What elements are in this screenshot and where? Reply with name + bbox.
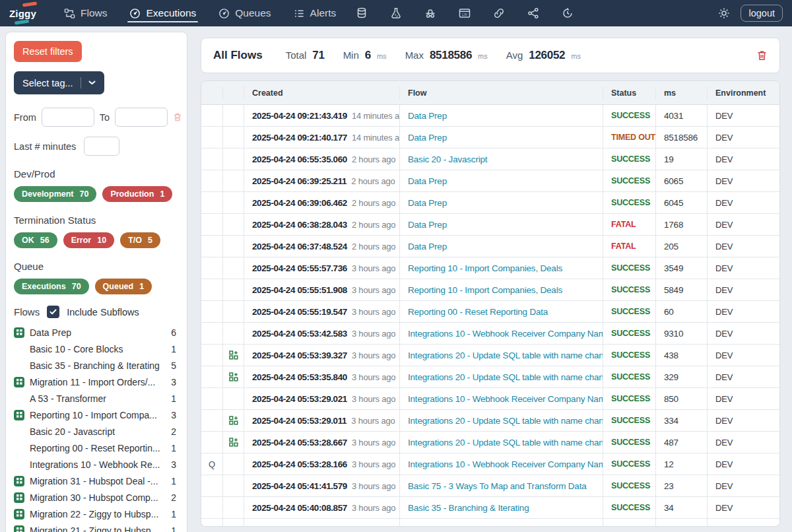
table-row[interactable]: 2025-04-24 06:38:28.0432 hours ago Data … bbox=[201, 214, 779, 236]
history-icon[interactable] bbox=[550, 0, 585, 26]
flow-link[interactable]: Basic 35 - Branching & Iterating bbox=[408, 503, 529, 513]
table-row[interactable]: 2025-04-24 05:53:29.0213 hours ago Integ… bbox=[201, 388, 779, 410]
database-icon[interactable] bbox=[345, 0, 379, 26]
sidebar-flow-item[interactable]: A 53 - Transformer1 bbox=[14, 390, 179, 407]
table-row[interactable]: 2025-04-24 05:53:39.3273 hours ago Integ… bbox=[201, 345, 779, 366]
to-date-input[interactable] bbox=[115, 108, 168, 127]
flask-icon[interactable] bbox=[379, 0, 413, 26]
termination-section-title: Termination Status bbox=[14, 215, 179, 226]
flow-item-label: Basic 10 - Core Blocks bbox=[30, 344, 123, 354]
sidebar-flow-item[interactable]: Basic 10 - Core Blocks1 bbox=[14, 341, 179, 357]
termination-badges: OK56Error10T/O5 bbox=[14, 232, 179, 248]
sidebar-flow-item[interactable]: Migration 11 - Import Orders/...3 bbox=[14, 374, 179, 390]
table-row[interactable]: 2025-04-24 05:53:28.6673 hours ago Integ… bbox=[201, 432, 779, 453]
sidebar-flow-item[interactable]: Basic 35 - Branching & Iterating5 bbox=[14, 357, 179, 374]
spy-icon[interactable] bbox=[413, 0, 447, 26]
flow-link[interactable]: Integrations 10 - Webhook Receiver Compa… bbox=[408, 394, 603, 404]
col-status: Status bbox=[603, 86, 655, 100]
table-row[interactable]: 2025-04-24 05:53:29.0113 hours ago Integ… bbox=[201, 410, 779, 432]
include-subflows-checkbox[interactable] bbox=[47, 306, 59, 318]
flow-link[interactable]: Data Prep bbox=[408, 111, 447, 121]
link-icon[interactable] bbox=[482, 0, 516, 26]
table-row[interactable]: 2025-04-24 05:55:51.9083 hours ago Repor… bbox=[201, 279, 779, 301]
flow-link[interactable]: Integrations 20 - Update SQL table with … bbox=[408, 372, 603, 382]
flow-link[interactable]: Integrations 20 - Update SQL table with … bbox=[408, 350, 603, 360]
badge-label: Executions bbox=[22, 282, 66, 291]
from-date-input[interactable] bbox=[42, 108, 94, 127]
table-row[interactable] bbox=[201, 519, 779, 527]
flow-item-label: Migration 11 - Import Orders/... bbox=[30, 377, 155, 387]
table-row[interactable]: 2025-04-24 05:55:19.5473 hours ago Repor… bbox=[201, 301, 779, 323]
sidebar-flow-item[interactable]: Migration 21 - Ziggy to Hubsp...1 bbox=[14, 522, 179, 532]
filter-badge[interactable]: Error10 bbox=[63, 232, 114, 248]
flow-link[interactable]: Reporting 10 - Import Companies, Deals bbox=[408, 263, 562, 273]
sidebar-flow-item[interactable]: Reporting 10 - Import Compa...3 bbox=[14, 407, 179, 423]
network-icon[interactable] bbox=[516, 0, 550, 26]
flow-link[interactable]: Integrations 20 - Update SQL table with … bbox=[408, 438, 603, 448]
flow-link[interactable]: Integrations 10 - Webhook Receiver Compa… bbox=[408, 459, 603, 469]
flow-link[interactable]: Reporting 00 - Reset Reporting Data bbox=[408, 307, 548, 317]
nav-item-alerts[interactable]: Alerts bbox=[285, 0, 345, 26]
flow-link[interactable]: Data Prep bbox=[408, 133, 447, 143]
table-row[interactable]: 2025-04-24 06:37:48.5242 hours ago Data … bbox=[201, 236, 779, 257]
reset-filters-button[interactable]: Reset filters bbox=[14, 41, 82, 62]
flow-link[interactable]: Basic 20 - Javascript bbox=[408, 154, 487, 164]
duration-ms: 6065 bbox=[664, 176, 683, 186]
flow-item-label: Migration 21 - Ziggy to Hubsp... bbox=[30, 525, 158, 532]
sidebar-flow-item[interactable]: Migration 30 - Hubspot Comp...2 bbox=[14, 489, 179, 506]
table-row[interactable]: 2025-04-24 05:41:41.5793 hours ago Basic… bbox=[201, 475, 779, 497]
subflow-cell bbox=[222, 279, 244, 300]
table-row[interactable]: 2025-04-24 05:53:42.5833 hours ago Integ… bbox=[201, 323, 779, 345]
flow-link[interactable]: Data Prep bbox=[408, 242, 447, 251]
table-row[interactable]: 2025-04-24 06:39:25.2112 hours ago Data … bbox=[201, 170, 779, 192]
filter-badge[interactable]: T/O5 bbox=[120, 232, 160, 248]
flow-link[interactable]: Data Prep bbox=[408, 198, 447, 208]
nav-item-queues[interactable]: Queues bbox=[210, 0, 279, 26]
sidebar-flow-item[interactable]: Migration 31 - Hubspot Deal -...1 bbox=[14, 473, 179, 489]
sidebar-flow-item[interactable]: Data Prep6 bbox=[14, 324, 179, 341]
filter-badge[interactable]: Queued1 bbox=[95, 279, 152, 294]
flow-item-label: Reporting 00 - Reset Reportin... bbox=[30, 443, 160, 453]
flow-link[interactable]: Data Prep bbox=[408, 176, 447, 186]
filter-badge[interactable]: Production1 bbox=[102, 186, 172, 202]
table-row[interactable]: 2025-04-24 06:39:06.4622 hours ago Data … bbox=[201, 192, 779, 214]
clear-dates-trash-icon[interactable] bbox=[173, 112, 182, 122]
table-row[interactable]: 2025-04-24 05:53:35.8403 hours ago Integ… bbox=[201, 366, 779, 388]
sidebar-flow-item[interactable]: Migration 22 - Ziggy to Hubsp...1 bbox=[14, 506, 179, 522]
flow-item-label: Reporting 10 - Import Compa... bbox=[30, 410, 157, 420]
flow-link[interactable]: Integrations 20 - Update SQL table with … bbox=[408, 416, 603, 426]
flow-link[interactable]: Basic 75 - 3 Ways To Map and Transform D… bbox=[408, 481, 587, 491]
ziggy-logo: Ziggy bbox=[9, 0, 50, 26]
sidebar-flow-item[interactable]: Reporting 00 - Reset Reportin...1 bbox=[14, 440, 179, 456]
status-badge: SUCCESS bbox=[611, 438, 650, 447]
logout-button[interactable]: logout bbox=[741, 5, 783, 22]
table-header: Created Flow Status ms Environment bbox=[201, 81, 779, 105]
console-icon[interactable]: LXI bbox=[447, 0, 482, 26]
nav-item-executions[interactable]: Executions bbox=[121, 0, 205, 26]
flow-link[interactable]: Reporting 10 - Import Companies, Deals bbox=[408, 285, 562, 295]
table-row[interactable]: 2025-04-24 06:55:35.0602 hours ago Basic… bbox=[201, 149, 779, 170]
col-queued bbox=[201, 86, 222, 100]
nav-item-flows[interactable]: Flows bbox=[55, 0, 116, 26]
filter-badge[interactable]: OK56 bbox=[14, 232, 57, 248]
filter-badge[interactable]: Executions70 bbox=[14, 279, 89, 294]
table-row[interactable]: 2025-04-24 09:21:40.17714 minutes ago Da… bbox=[201, 127, 779, 149]
table-row[interactable]: 2025-04-24 05:55:57.7363 hours ago Repor… bbox=[201, 257, 779, 279]
table-row[interactable]: 2025-04-24 09:21:43.41914 minutes ago Da… bbox=[201, 105, 779, 127]
duration-ms: 438 bbox=[664, 350, 678, 360]
flow-link[interactable]: Data Prep bbox=[408, 220, 447, 230]
sidebar-flow-item[interactable]: Basic 20 - Javascript2 bbox=[14, 423, 179, 440]
delete-executions-trash-icon[interactable] bbox=[756, 50, 768, 61]
badge-count: 1 bbox=[139, 282, 144, 291]
created-timestamp: 2025-04-24 05:55:51.908 bbox=[252, 285, 347, 295]
table-row[interactable]: 2025-04-24 05:40:08.8573 hours ago Basic… bbox=[201, 497, 779, 519]
filter-badge[interactable]: Development70 bbox=[14, 186, 96, 202]
flow-link[interactable]: Integrations 10 - Webhook Receiver Compa… bbox=[408, 329, 603, 339]
to-label: To bbox=[100, 112, 110, 123]
table-row[interactable]: Q 2025-04-24 05:53:28.1663 hours ago Int… bbox=[201, 453, 779, 475]
last-minutes-input[interactable] bbox=[84, 137, 119, 156]
sidebar-flow-item[interactable]: Integrations 10 - Webhook Re...3 bbox=[14, 456, 179, 473]
gear-icon[interactable] bbox=[714, 0, 734, 26]
select-tag-dropdown[interactable]: Select tag... bbox=[14, 71, 104, 94]
badge-label: Queued bbox=[103, 282, 134, 291]
